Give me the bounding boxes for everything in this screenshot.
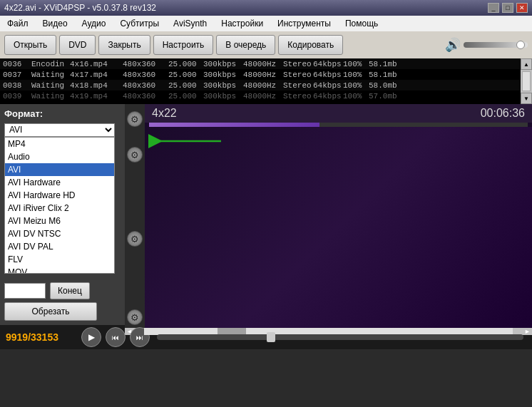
preview-progress-fill bbox=[149, 123, 319, 127]
list-item[interactable]: 0039 Waiting 4x19.mp4 480x360 25.000 300… bbox=[0, 91, 521, 101]
gear-btn-3[interactable]: ⚙ bbox=[127, 231, 143, 247]
toolbar: Открыть DVD Закрыть Настроить В очередь … bbox=[0, 31, 532, 58]
list-item[interactable]: 0037 Waiting 4x17.mp4 480x360 25.000 300… bbox=[0, 69, 521, 80]
format-select[interactable]: MP4 Audio AVI AVI Hardware AVI Hardware … bbox=[4, 123, 115, 137]
configure-button[interactable]: Настроить bbox=[153, 35, 214, 55]
volume-icon: 🔊 bbox=[445, 37, 461, 53]
file-list: 0036 Encodin 4x16.mp4 480x360 25.000 300… bbox=[0, 58, 532, 104]
dropdown-item-flv[interactable]: FLV bbox=[5, 253, 114, 266]
menu-audio[interactable]: Аудио bbox=[78, 17, 111, 30]
dropdown-item-mp4[interactable]: MP4 bbox=[5, 138, 114, 150]
dropdown-item-avi-meizu[interactable]: AVI Meizu M6 bbox=[5, 215, 114, 227]
preview-title: 4x22 bbox=[152, 107, 177, 120]
dropdown-item-avi[interactable]: AVI bbox=[5, 163, 114, 176]
arrow-annotation bbox=[143, 134, 221, 150]
seek-thumb bbox=[267, 332, 275, 342]
open-button[interactable]: Открыть bbox=[4, 35, 56, 55]
seek-bar[interactable] bbox=[157, 334, 523, 340]
dvd-button[interactable]: DVD bbox=[59, 35, 96, 55]
main-area: Формат: MP4 Audio AVI AVI Hardware AVI H… bbox=[0, 104, 532, 325]
preview-canvas bbox=[145, 127, 532, 328]
preview-header: 4x22 00:06:36 bbox=[145, 104, 532, 123]
title-controls: _ □ ✕ bbox=[488, 3, 528, 13]
menu-video[interactable]: Видео bbox=[39, 17, 72, 30]
close-file-button[interactable]: Закрыть bbox=[98, 35, 150, 55]
list-item[interactable]: 0038 Waiting 4x18.mp4 480x360 25.000 300… bbox=[0, 80, 521, 91]
gear-btn-2[interactable]: ⚙ bbox=[127, 147, 143, 163]
dropdown-item-audio[interactable]: Audio bbox=[5, 150, 114, 163]
menu-settings[interactable]: Настройки bbox=[217, 17, 267, 30]
minimize-btn[interactable]: _ bbox=[488, 3, 499, 13]
preview-progress-bar[interactable] bbox=[149, 123, 528, 127]
menu-help[interactable]: Помощь bbox=[341, 17, 382, 30]
play-button[interactable]: ▶ bbox=[81, 327, 101, 347]
hscroll-right-arrow[interactable]: ► bbox=[523, 328, 532, 335]
trim-button[interactable]: Обрезать bbox=[4, 302, 97, 321]
gear-btn-4[interactable]: ⚙ bbox=[127, 309, 143, 325]
menu-bar: Файл Видео Аудио Субтитры AviSynth Настр… bbox=[0, 16, 532, 31]
scroll-thumb[interactable] bbox=[522, 71, 531, 91]
scroll-down-arrow[interactable]: ▼ bbox=[521, 93, 532, 104]
dropdown-item-mov[interactable]: MOV bbox=[5, 266, 114, 274]
start-time-input[interactable] bbox=[4, 283, 46, 299]
volume-slider[interactable] bbox=[464, 42, 528, 48]
file-list-scrollbar[interactable]: ▲ ▼ bbox=[521, 58, 532, 104]
list-item[interactable]: 0036 Encodin 4x16.mp4 480x360 25.000 300… bbox=[0, 58, 521, 69]
dropdown-item-avi-hw[interactable]: AVI Hardware bbox=[5, 176, 114, 189]
scroll-up-arrow[interactable]: ▲ bbox=[521, 58, 532, 70]
preview-section: ⚙ ⚙ ⚙ bbox=[125, 104, 532, 325]
end-button[interactable]: Конец bbox=[50, 282, 90, 299]
menu-avisynth[interactable]: AviSynth bbox=[169, 17, 211, 30]
menu-subtitles[interactable]: Субтитры bbox=[116, 17, 163, 30]
format-label: Формат: bbox=[4, 108, 121, 119]
volume-area: 🔊 bbox=[445, 37, 528, 53]
dropdown-item-avi-hw-hd[interactable]: AVI Hardware HD bbox=[5, 189, 114, 202]
gear-btn-1[interactable]: ⚙ bbox=[127, 111, 143, 127]
title-text: 4x22.avi - XViD4PSP - v5.0.37.8 rev132 bbox=[4, 3, 156, 13]
gear-column: ⚙ ⚙ ⚙ bbox=[125, 104, 145, 328]
preview-time: 00:06:36 bbox=[481, 107, 525, 120]
menu-file[interactable]: Файл bbox=[3, 17, 33, 30]
dropdown-item-avi-iriver[interactable]: AVI iRiver Clix 2 bbox=[5, 202, 114, 215]
left-panel: Формат: MP4 Audio AVI AVI Hardware AVI H… bbox=[0, 104, 125, 325]
trim-start-row: Конец bbox=[4, 282, 121, 299]
format-dropdown-list: MP4 Audio AVI AVI Hardware AVI Hardware … bbox=[4, 137, 115, 274]
close-btn[interactable]: ✕ bbox=[516, 3, 528, 13]
preview-with-gears: ⚙ ⚙ ⚙ bbox=[125, 104, 532, 328]
volume-thumb bbox=[516, 41, 525, 49]
frame-counter: 9919/33153 bbox=[6, 331, 77, 343]
title-bar: 4x22.avi - XViD4PSP - v5.0.37.8 rev132 _… bbox=[0, 0, 532, 16]
maximize-btn[interactable]: □ bbox=[502, 3, 513, 13]
menu-tools[interactable]: Инструменты bbox=[273, 17, 335, 30]
rewind-button[interactable]: ⏮ bbox=[106, 327, 126, 347]
encode-button[interactable]: Кодировать bbox=[278, 35, 343, 55]
dropdown-item-avi-dv-pal[interactable]: AVI DV PAL bbox=[5, 240, 114, 253]
queue-button[interactable]: В очередь bbox=[216, 35, 275, 55]
dropdown-item-avi-dv-ntsc[interactable]: AVI DV NTSC bbox=[5, 227, 114, 240]
